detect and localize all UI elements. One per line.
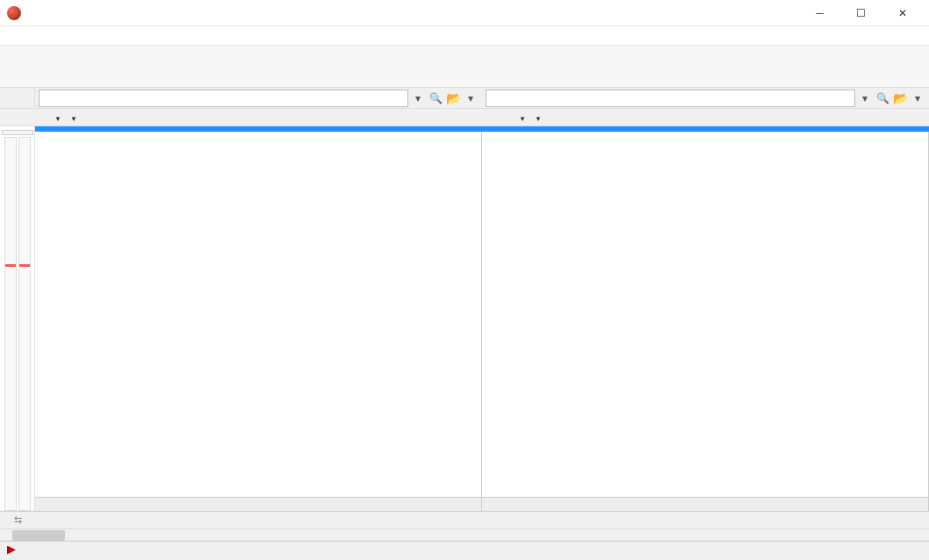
right-folder-dropdown[interactable]: ▾ [910, 90, 925, 107]
left-path-input[interactable] [39, 90, 408, 107]
horizontal-scrollbar[interactable] [0, 528, 929, 541]
left-open-folder[interactable]: 📂 [445, 90, 461, 107]
left-misc-dropdown[interactable]: ▼ [53, 112, 61, 123]
menubar [0, 26, 929, 46]
scrollbar-thumb[interactable] [12, 530, 65, 541]
right-open-folder[interactable]: 📂 [892, 90, 908, 107]
overview-gutter[interactable] [0, 126, 35, 511]
right-misc-dropdown[interactable]: ▼ [517, 112, 526, 123]
right-browse-button[interactable]: 🔍 [875, 90, 890, 107]
file-info-row: ▼ ▼ ▼ ▼ [0, 109, 929, 126]
compare-area [0, 126, 929, 511]
toolbar [0, 46, 929, 88]
right-file-info: ▼ ▼ [464, 109, 929, 126]
maximize-button[interactable]: ☐ [841, 1, 881, 25]
left-cursor-pos [35, 497, 481, 511]
detail-panel: ⇆ [0, 511, 929, 528]
close-button[interactable]: ✕ [882, 1, 922, 25]
right-path-input[interactable] [486, 90, 855, 107]
detail-arrows[interactable]: ⇆ [0, 514, 35, 526]
right-path-dropdown[interactable]: ▾ [857, 90, 873, 107]
minimize-button[interactable]: ─ [800, 1, 839, 25]
statusbar [0, 541, 929, 560]
left-code-pane[interactable] [35, 126, 482, 511]
overview-diff-marker[interactable] [5, 264, 16, 267]
right-cursor-pos [482, 497, 928, 511]
left-file-info: ▼ ▼ [0, 109, 464, 126]
left-folder-dropdown[interactable]: ▾ [463, 90, 479, 107]
path-row: ▾ 🔍 📂 ▾ ▾ 🔍 📂 ▾ [0, 88, 929, 109]
right-code-pane[interactable] [482, 126, 929, 511]
overview-diff-marker[interactable] [19, 264, 30, 267]
titlebar: ─ ☐ ✕ [0, 0, 929, 26]
left-encoding-dropdown[interactable]: ▼ [68, 112, 77, 123]
left-path-dropdown[interactable]: ▾ [410, 90, 426, 107]
app-icon [7, 6, 21, 20]
status-diff-count [7, 546, 19, 556]
right-encoding-dropdown[interactable]: ▼ [533, 112, 542, 123]
left-browse-button[interactable]: 🔍 [428, 90, 443, 107]
